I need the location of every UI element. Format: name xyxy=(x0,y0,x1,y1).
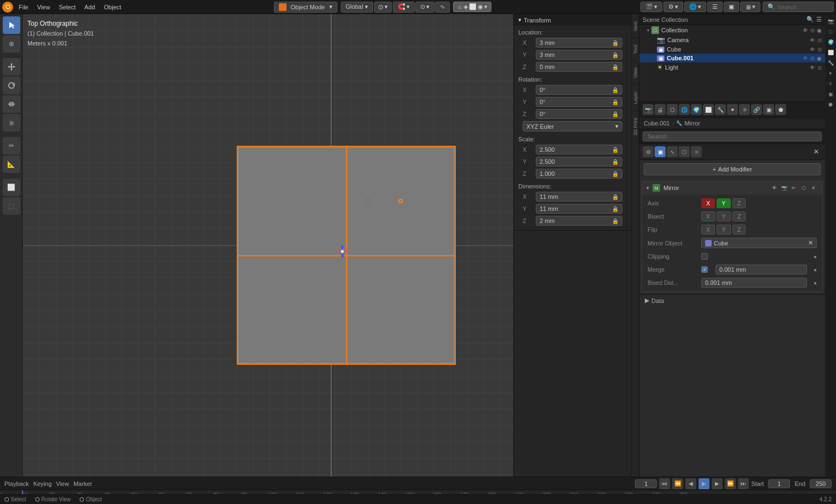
shading-selector[interactable]: ☼◈⬜◉▾ xyxy=(453,2,491,12)
mode-selector[interactable]: Object Mode ▾ xyxy=(274,2,337,13)
merge-checkbox[interactable] xyxy=(701,266,708,273)
prop-icon-constraints[interactable]: 🔗 xyxy=(751,104,762,115)
tool-extra[interactable]: ⬚ xyxy=(3,197,20,215)
mirror-modifier-header[interactable]: ▾ M Mirror 👁 📷 ✏ ⬡ ✕ xyxy=(642,181,822,194)
render-icon-cube001[interactable]: ◉ xyxy=(817,55,822,61)
tool-select[interactable] xyxy=(3,16,20,34)
n-tab-tool[interactable]: Tool xyxy=(632,38,639,61)
eye-icon-cam[interactable]: 👁 xyxy=(810,37,815,43)
pivot-selector[interactable]: ⊙▾ xyxy=(374,2,392,13)
rotation-y-field[interactable]: 0° 🔒 xyxy=(536,97,622,107)
layer-selector[interactable]: ⚙▾ xyxy=(663,2,683,12)
prop-strip-world[interactable]: 🌍 xyxy=(826,37,835,47)
prop-icon-modifiers[interactable]: 🔧 xyxy=(715,104,726,115)
prop-strip-obj[interactable]: ⬜ xyxy=(826,48,835,58)
outliner-item-camera[interactable]: 📷 Camera 👁 ⊙ xyxy=(639,35,825,45)
n-tab-item[interactable]: Item xyxy=(632,14,639,38)
merge-value-field[interactable]: 0.001 mm xyxy=(715,265,807,274)
location-y-field[interactable]: 3 mm 🔒 xyxy=(536,50,622,60)
menu-file[interactable]: File xyxy=(15,3,32,12)
bisect-dist-dot[interactable]: ● xyxy=(814,280,817,286)
timeline-menu-playback[interactable]: Playback xyxy=(4,480,29,487)
jump-start-btn[interactable]: ⏮ xyxy=(659,478,670,489)
tool-scale[interactable] xyxy=(3,95,20,113)
tool-transform[interactable]: ⊞ xyxy=(3,114,20,131)
flip-z-btn[interactable]: Z xyxy=(732,225,746,234)
transform-gizmo[interactable] xyxy=(334,243,351,261)
prop-icon-output[interactable]: 🖨 xyxy=(655,104,666,115)
tool-add-cube[interactable]: ⬜ xyxy=(3,179,20,196)
location-x-field[interactable]: 3 mm 🔒 xyxy=(536,38,622,48)
clipping-dot[interactable]: ● xyxy=(814,254,817,260)
scale-y-field[interactable]: 2.500 🔒 xyxy=(536,157,622,167)
menu-add[interactable]: Add xyxy=(81,3,99,12)
scale-x-field[interactable]: 2.500 🔒 xyxy=(536,145,622,154)
prop-strip-mat[interactable]: ⬟ xyxy=(826,100,835,110)
mod-type-generate[interactable]: ⚙ xyxy=(643,146,654,157)
outliner-filter-btn[interactable]: ☰ xyxy=(816,16,822,23)
breadcrumb-modifier[interactable]: Mirror xyxy=(684,120,700,127)
mod-frame-icon[interactable]: ⬡ xyxy=(799,184,808,192)
rotation-x-field[interactable]: 0° 🔒 xyxy=(536,85,622,95)
prop-icon-scene[interactable]: 🌐 xyxy=(679,104,690,115)
breadcrumb-object[interactable]: Cube.001 xyxy=(644,120,670,127)
jump-end-btn[interactable]: ⏭ xyxy=(738,478,749,489)
timeline-menu-marker[interactable]: Marker xyxy=(73,480,92,487)
mod-type-deform[interactable]: ⬡ xyxy=(679,146,690,157)
eye-icon-col[interactable]: 👁 xyxy=(803,27,808,33)
axis-x-btn[interactable]: X xyxy=(701,198,715,208)
display-selector[interactable]: 🌐▾ xyxy=(684,2,706,12)
restrict-icon-cube001[interactable]: ⊙ xyxy=(810,55,815,61)
restrict-icon-cube[interactable]: ⊙ xyxy=(817,47,822,53)
n-tab-3dprint[interactable]: 3D Print xyxy=(632,111,639,142)
prop-strip-physics[interactable]: ⚛ xyxy=(826,79,835,89)
current-frame-field[interactable]: 1 xyxy=(635,479,657,488)
next-keyframe-btn[interactable]: ⏩ xyxy=(725,478,736,489)
outliner-search-btn[interactable]: 🔍 xyxy=(806,16,814,23)
rotation-mode-field[interactable]: XYZ Euler ▾ xyxy=(523,121,622,131)
n-tab-layer[interactable]: Layer xyxy=(632,84,639,111)
prop-icon-object[interactable]: ⬜ xyxy=(703,104,714,115)
flip-x-btn[interactable]: X xyxy=(701,225,715,234)
eye-icon-light[interactable]: 👁 xyxy=(810,65,815,71)
axis-y-btn[interactable]: Y xyxy=(717,198,730,208)
prop-strip-data[interactable]: ▣ xyxy=(826,89,835,99)
eye-icon-cube[interactable]: 👁 xyxy=(810,47,815,53)
restrict-icon-cam[interactable]: ⊙ xyxy=(817,37,822,43)
prop-strip-modifier[interactable]: 🔧 xyxy=(826,58,835,68)
bisect-z-btn[interactable]: Z xyxy=(732,211,746,221)
prop-icon-physics[interactable]: ⚛ xyxy=(739,104,750,115)
timeline-menu-keying[interactable]: Keying xyxy=(33,480,52,487)
prop-icon-data[interactable]: ▣ xyxy=(763,104,774,115)
scene-selector[interactable]: 🎬▾ xyxy=(640,2,662,12)
outliner-item-collection[interactable]: ▾ □ Collection 👁 ⊙ ◉ xyxy=(639,25,825,35)
bisect-x-btn[interactable]: X xyxy=(701,211,715,221)
end-frame-field[interactable]: 250 xyxy=(810,479,832,488)
prop-icon-world[interactable]: 🌍 xyxy=(691,104,702,115)
outliner-item-light[interactable]: ☀ Light 👁 ⊙ xyxy=(639,62,825,72)
display-mode[interactable]: 🖥▾ xyxy=(740,2,760,12)
step-back-btn[interactable]: ◀ xyxy=(685,478,696,489)
viewport[interactable]: Top Orthographic (1) Collection | Cube.0… xyxy=(23,14,639,477)
restrict-icon-col[interactable]: ⊙ xyxy=(810,27,815,33)
timeline-menu-view[interactable]: View xyxy=(56,480,69,487)
outliner-item-cube[interactable]: ▣ Cube 👁 ⊙ xyxy=(639,45,825,54)
data-section-label[interactable]: ▶ Data xyxy=(645,297,820,304)
rotation-z-field[interactable]: 0° 🔒 xyxy=(536,109,622,119)
mod-render-icon[interactable]: 📷 xyxy=(780,184,788,192)
mod-delete-btn[interactable]: ✕ xyxy=(809,184,818,192)
mirror-object-clear-btn[interactable]: ✕ xyxy=(808,239,813,247)
transform-section-header[interactable]: ▾ Transform xyxy=(514,14,631,26)
mod-type-curve[interactable]: ∿ xyxy=(667,146,678,157)
restrict-icon-light[interactable]: ⊙ xyxy=(817,65,822,71)
render-icon-col[interactable]: ◉ xyxy=(817,27,822,33)
axis-z-btn[interactable]: Z xyxy=(732,198,746,208)
eye-icon-cube001[interactable]: 👁 xyxy=(803,55,808,61)
n-tab-view[interactable]: View xyxy=(632,60,639,84)
location-z-field[interactable]: 0 mm 🔒 xyxy=(536,62,622,72)
prev-keyframe-btn[interactable]: ⏪ xyxy=(672,478,683,489)
outliner-item-cube001[interactable]: ▣ Cube.001 👁 ⊙ ◉ xyxy=(639,54,825,62)
mirror-object-field[interactable]: Cube ✕ xyxy=(701,238,817,248)
prop-strip-render[interactable]: 📷 xyxy=(826,16,835,26)
menu-select[interactable]: Select xyxy=(55,3,79,12)
